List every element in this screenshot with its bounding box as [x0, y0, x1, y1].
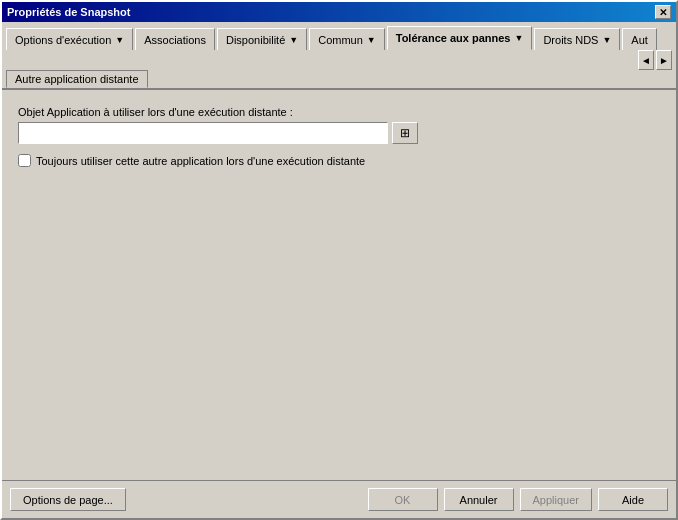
cancel-button[interactable]: Annuler [444, 488, 514, 511]
apply-button[interactable]: Appliquer [520, 488, 592, 511]
tab-options[interactable]: Options d'exécution ▼ [6, 28, 133, 50]
subtab-autre[interactable]: Autre application distante [6, 70, 148, 88]
tab-droits-label: Droits NDS [543, 34, 598, 46]
content-area: Objet Application à utiliser lors d'une … [2, 90, 676, 480]
title-bar: Propriétés de Snapshot ✕ [2, 2, 676, 22]
tab-associations-label: Associations [144, 34, 206, 46]
tab-commun-arrow: ▼ [367, 35, 376, 45]
tab-navigation: ◄ ► [638, 50, 672, 70]
tab-aut-label: Aut [631, 34, 648, 46]
page-options-button[interactable]: Options de page... [10, 488, 126, 511]
browse-button[interactable]: ⊞ [392, 122, 418, 144]
tab-aut[interactable]: Aut [622, 28, 657, 50]
tab-tolerance[interactable]: Tolérance aux pannes ▼ [387, 26, 533, 50]
tab-disponibilite-label: Disponibilité [226, 34, 285, 46]
tab-next-button[interactable]: ► [656, 50, 672, 70]
tab-tolerance-label: Tolérance aux pannes [396, 32, 511, 44]
input-row: ⊞ [18, 122, 660, 144]
close-button[interactable]: ✕ [655, 5, 671, 19]
always-use-checkbox[interactable] [18, 154, 31, 167]
checkbox-label: Toujours utiliser cette autre applicatio… [36, 155, 365, 167]
bottom-bar: Options de page... OK Annuler Appliquer … [2, 480, 676, 518]
tab-prev-button[interactable]: ◄ [638, 50, 654, 70]
tab-options-label: Options d'exécution [15, 34, 111, 46]
tab-disponibilite-arrow: ▼ [289, 35, 298, 45]
help-button[interactable]: Aide [598, 488, 668, 511]
checkbox-row: Toujours utiliser cette autre applicatio… [18, 154, 660, 167]
tab-droits[interactable]: Droits NDS ▼ [534, 28, 620, 50]
tab-associations[interactable]: Associations [135, 28, 215, 50]
tab-disponibilite[interactable]: Disponibilité ▼ [217, 28, 307, 50]
window-title: Propriétés de Snapshot [7, 6, 130, 18]
field-label: Objet Application à utiliser lors d'une … [18, 106, 660, 118]
main-window: Propriétés de Snapshot ✕ Options d'exécu… [0, 0, 678, 520]
app-object-input[interactable] [18, 122, 388, 144]
tab-options-arrow: ▼ [115, 35, 124, 45]
tab-droits-arrow: ▼ [602, 35, 611, 45]
subtab-autre-label: Autre application distante [15, 73, 139, 85]
tabs-container: Options d'exécution ▼ Associations Dispo… [2, 22, 676, 70]
subtabs-container: Autre application distante [2, 70, 676, 90]
tab-tolerance-arrow: ▼ [514, 33, 523, 43]
tab-commun[interactable]: Commun ▼ [309, 28, 385, 50]
tab-commun-label: Commun [318, 34, 363, 46]
bottom-right: OK Annuler Appliquer Aide [368, 488, 668, 511]
bottom-left: Options de page... [10, 488, 126, 511]
ok-button[interactable]: OK [368, 488, 438, 511]
